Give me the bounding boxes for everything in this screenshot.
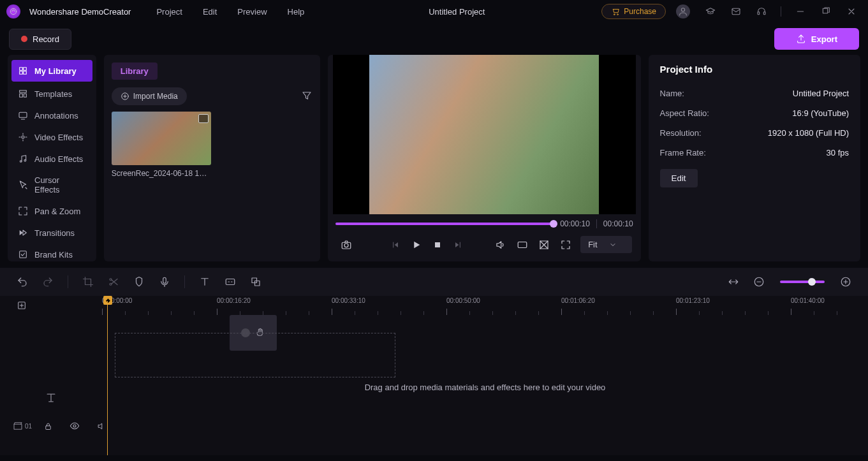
snapshot-button[interactable]	[337, 237, 356, 253]
speaker-icon	[495, 239, 506, 251]
minimize-button[interactable]	[790, 6, 811, 17]
ruler-label: 00:01:40:00	[791, 297, 825, 304]
project-edit-button[interactable]: Edit	[660, 169, 698, 187]
ruler-label: 00:00:16:20	[217, 297, 251, 304]
text-button[interactable]	[194, 274, 216, 290]
toggle-visibility-button[interactable]	[64, 418, 85, 434]
record-button[interactable]: Record	[9, 29, 71, 50]
sidebar-item-label: Audio Effects	[34, 154, 83, 164]
track-lane[interactable]: Drag and drop media materials and effect…	[102, 379, 868, 417]
close-button[interactable]	[841, 6, 862, 17]
stop-button[interactable]	[429, 237, 446, 252]
add-track-button[interactable]	[11, 298, 32, 313]
sidebar-item-audio-effects[interactable]: Audio Effects	[8, 148, 96, 170]
fit-label: Fit	[588, 240, 597, 249]
separator	[68, 275, 68, 288]
preview-panel: 00:00:10 00:00:10 Fit	[328, 55, 640, 261]
timeline-ruler[interactable]: 0:00:00:00 00:00:16:20 00:00:33:10 00:00…	[102, 296, 868, 315]
track-lane[interactable]	[102, 315, 868, 379]
maximize-button[interactable]	[816, 6, 836, 17]
project-title: Untitled Project	[317, 7, 596, 17]
filter-button[interactable]	[301, 90, 313, 103]
media-card[interactable]: ScreenRec_2024-06-18 15-48...	[112, 112, 211, 178]
svg-rect-24	[518, 242, 527, 247]
play-button[interactable]	[407, 237, 426, 253]
next-frame-button[interactable]	[449, 237, 467, 252]
app-name: Wondershare DemoCreator	[29, 7, 131, 17]
minimize-icon	[795, 6, 805, 17]
dropzone[interactable]	[115, 333, 395, 377]
svg-rect-6	[763, 12, 765, 15]
mic-icon	[159, 276, 170, 288]
sidebar-item-annotations[interactable]: Annotations	[8, 105, 96, 126]
undo-icon	[17, 276, 28, 288]
menu-help[interactable]: Help	[280, 4, 313, 19]
group-button[interactable]	[245, 274, 267, 290]
user-avatar-icon	[676, 4, 690, 18]
zoom-knob[interactable]	[808, 278, 816, 286]
svg-point-3	[681, 8, 684, 11]
user-menu[interactable]	[671, 4, 695, 18]
fit-select[interactable]: Fit	[580, 236, 631, 253]
timeline-toolbar	[0, 268, 868, 296]
sidebar-item-brand-kits[interactable]: Brand Kits	[8, 244, 96, 261]
mute-track-button[interactable]	[91, 419, 111, 434]
sidebar-item-my-library[interactable]: My Library	[11, 60, 92, 82]
menu-project[interactable]: Project	[149, 4, 189, 19]
mail-icon	[731, 6, 741, 17]
voiceover-button[interactable]	[154, 274, 175, 290]
sidebar-item-label: Brand Kits	[34, 250, 73, 260]
brand-kits-icon	[18, 249, 28, 260]
academy-button[interactable]	[700, 6, 721, 17]
export-button[interactable]: Export	[774, 28, 859, 50]
purchase-button[interactable]: Purchase	[601, 4, 666, 19]
scrubber-knob[interactable]	[550, 220, 557, 228]
ruler-label: 00:01:06:20	[561, 297, 595, 304]
titlebar: Wondershare DemoCreator Project Edit Pre…	[0, 0, 868, 23]
undo-button[interactable]	[11, 274, 33, 290]
support-button[interactable]	[751, 6, 772, 17]
zoom-in-button[interactable]	[835, 274, 857, 290]
info-label: Name:	[660, 89, 684, 98]
sidebar-item-transitions[interactable]: Transitions	[8, 222, 96, 244]
sidebar-item-cursor-effects[interactable]: Cursor Effects	[8, 170, 96, 200]
zoom-out-icon	[753, 276, 765, 288]
preview-controls: Fit	[333, 233, 635, 256]
separator	[184, 275, 185, 288]
quality-button[interactable]	[513, 237, 532, 253]
zoom-out-button[interactable]	[748, 274, 770, 290]
media-thumbnail	[112, 112, 211, 165]
menu-preview[interactable]: Preview	[230, 4, 274, 19]
sidebar-item-video-effects[interactable]: Video Effects	[8, 126, 96, 148]
volume-button[interactable]	[491, 237, 510, 253]
info-value: Untitled Project	[793, 89, 849, 98]
scrubber[interactable]	[335, 223, 554, 225]
marker-button[interactable]	[128, 274, 150, 290]
redo-button[interactable]	[37, 274, 59, 290]
library-chip[interactable]: Library	[112, 62, 158, 80]
menu-edit[interactable]: Edit	[195, 4, 224, 19]
svg-rect-15	[19, 112, 27, 117]
sidebar-item-label: Video Effects	[34, 133, 83, 142]
crop-button[interactable]	[77, 274, 99, 290]
media-grid: ScreenRec_2024-06-18 15-48...	[112, 112, 313, 178]
zoom-slider[interactable]	[780, 281, 825, 283]
mail-button[interactable]	[726, 6, 746, 17]
captions-button[interactable]	[219, 274, 241, 290]
record-label: Record	[33, 34, 59, 44]
prev-frame-button[interactable]	[386, 237, 404, 252]
text-icon	[199, 276, 210, 288]
sidebar-item-pan-zoom[interactable]: Pan & Zoom	[8, 200, 96, 222]
fit-timeline-button[interactable]	[723, 274, 744, 290]
sidebar-item-templates[interactable]: Templates	[8, 83, 96, 105]
lock-track-button[interactable]	[38, 419, 58, 434]
media-name: ScreenRec_2024-06-18 15-48...	[112, 169, 211, 178]
svg-rect-14	[24, 94, 26, 97]
safe-zone-button[interactable]	[534, 237, 554, 253]
split-button[interactable]	[103, 274, 124, 290]
playhead[interactable]: ◆	[103, 296, 112, 305]
fullscreen-button[interactable]	[556, 237, 575, 253]
svg-point-18	[24, 159, 26, 161]
info-row-resolution: Resolution:1920 x 1080 (Full HD)	[660, 123, 849, 143]
import-media-button[interactable]: Import Media	[112, 87, 187, 105]
